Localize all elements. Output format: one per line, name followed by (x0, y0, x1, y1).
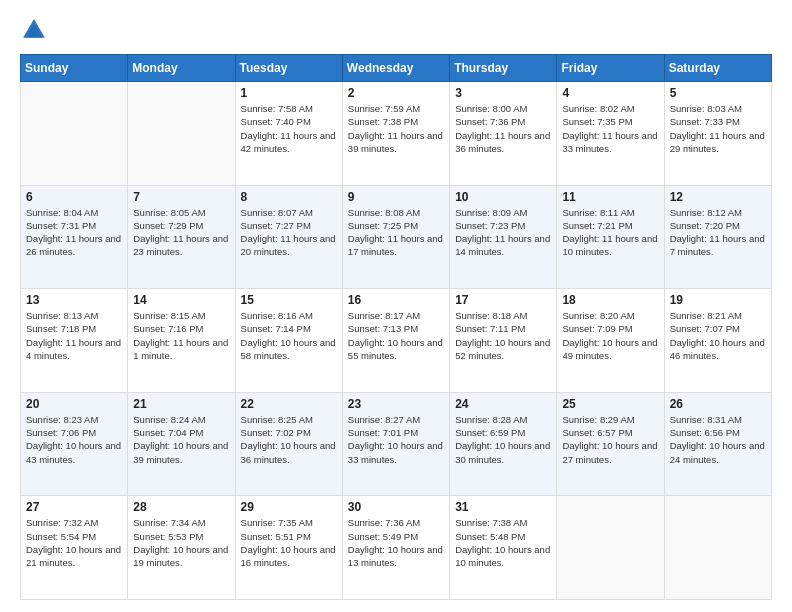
calendar-cell: 31Sunrise: 7:38 AMSunset: 5:48 PMDayligh… (450, 496, 557, 600)
header (20, 16, 772, 44)
calendar-week-3: 13Sunrise: 8:13 AMSunset: 7:18 PMDayligh… (21, 289, 772, 393)
day-info: Sunrise: 8:15 AMSunset: 7:16 PMDaylight:… (133, 309, 229, 362)
day-info: Sunrise: 7:36 AMSunset: 5:49 PMDaylight:… (348, 516, 444, 569)
calendar-cell (128, 82, 235, 186)
calendar-cell: 15Sunrise: 8:16 AMSunset: 7:14 PMDayligh… (235, 289, 342, 393)
calendar-cell: 21Sunrise: 8:24 AMSunset: 7:04 PMDayligh… (128, 392, 235, 496)
day-info: Sunrise: 8:04 AMSunset: 7:31 PMDaylight:… (26, 206, 122, 259)
weekday-header-tuesday: Tuesday (235, 55, 342, 82)
day-info: Sunrise: 8:31 AMSunset: 6:56 PMDaylight:… (670, 413, 766, 466)
calendar-cell: 24Sunrise: 8:28 AMSunset: 6:59 PMDayligh… (450, 392, 557, 496)
day-number: 25 (562, 397, 658, 411)
calendar-cell: 2Sunrise: 7:59 AMSunset: 7:38 PMDaylight… (342, 82, 449, 186)
calendar-cell: 26Sunrise: 8:31 AMSunset: 6:56 PMDayligh… (664, 392, 771, 496)
calendar-cell: 5Sunrise: 8:03 AMSunset: 7:33 PMDaylight… (664, 82, 771, 186)
day-info: Sunrise: 8:29 AMSunset: 6:57 PMDaylight:… (562, 413, 658, 466)
calendar-week-4: 20Sunrise: 8:23 AMSunset: 7:06 PMDayligh… (21, 392, 772, 496)
calendar-cell: 20Sunrise: 8:23 AMSunset: 7:06 PMDayligh… (21, 392, 128, 496)
calendar-cell: 10Sunrise: 8:09 AMSunset: 7:23 PMDayligh… (450, 185, 557, 289)
day-number: 3 (455, 86, 551, 100)
weekday-header-thursday: Thursday (450, 55, 557, 82)
day-number: 4 (562, 86, 658, 100)
day-info: Sunrise: 8:05 AMSunset: 7:29 PMDaylight:… (133, 206, 229, 259)
day-info: Sunrise: 8:24 AMSunset: 7:04 PMDaylight:… (133, 413, 229, 466)
calendar-cell: 23Sunrise: 8:27 AMSunset: 7:01 PMDayligh… (342, 392, 449, 496)
day-number: 9 (348, 190, 444, 204)
calendar-header: SundayMondayTuesdayWednesdayThursdayFrid… (21, 55, 772, 82)
day-number: 12 (670, 190, 766, 204)
day-number: 24 (455, 397, 551, 411)
calendar-cell: 8Sunrise: 8:07 AMSunset: 7:27 PMDaylight… (235, 185, 342, 289)
calendar-cell: 16Sunrise: 8:17 AMSunset: 7:13 PMDayligh… (342, 289, 449, 393)
calendar-week-1: 1Sunrise: 7:58 AMSunset: 7:40 PMDaylight… (21, 82, 772, 186)
day-info: Sunrise: 8:28 AMSunset: 6:59 PMDaylight:… (455, 413, 551, 466)
calendar-cell: 11Sunrise: 8:11 AMSunset: 7:21 PMDayligh… (557, 185, 664, 289)
day-number: 16 (348, 293, 444, 307)
day-info: Sunrise: 8:21 AMSunset: 7:07 PMDaylight:… (670, 309, 766, 362)
day-number: 17 (455, 293, 551, 307)
calendar-cell: 18Sunrise: 8:20 AMSunset: 7:09 PMDayligh… (557, 289, 664, 393)
weekday-header-monday: Monday (128, 55, 235, 82)
day-number: 8 (241, 190, 337, 204)
weekday-header-friday: Friday (557, 55, 664, 82)
day-info: Sunrise: 7:58 AMSunset: 7:40 PMDaylight:… (241, 102, 337, 155)
calendar-cell (21, 82, 128, 186)
page: SundayMondayTuesdayWednesdayThursdayFrid… (0, 0, 792, 612)
day-info: Sunrise: 8:27 AMSunset: 7:01 PMDaylight:… (348, 413, 444, 466)
day-number: 30 (348, 500, 444, 514)
calendar-body: 1Sunrise: 7:58 AMSunset: 7:40 PMDaylight… (21, 82, 772, 600)
day-info: Sunrise: 7:34 AMSunset: 5:53 PMDaylight:… (133, 516, 229, 569)
calendar-cell: 7Sunrise: 8:05 AMSunset: 7:29 PMDaylight… (128, 185, 235, 289)
calendar-week-5: 27Sunrise: 7:32 AMSunset: 5:54 PMDayligh… (21, 496, 772, 600)
day-number: 10 (455, 190, 551, 204)
day-number: 29 (241, 500, 337, 514)
weekday-row: SundayMondayTuesdayWednesdayThursdayFrid… (21, 55, 772, 82)
day-number: 22 (241, 397, 337, 411)
day-info: Sunrise: 7:32 AMSunset: 5:54 PMDaylight:… (26, 516, 122, 569)
day-number: 27 (26, 500, 122, 514)
calendar-cell: 6Sunrise: 8:04 AMSunset: 7:31 PMDaylight… (21, 185, 128, 289)
calendar-cell: 17Sunrise: 8:18 AMSunset: 7:11 PMDayligh… (450, 289, 557, 393)
calendar-cell: 13Sunrise: 8:13 AMSunset: 7:18 PMDayligh… (21, 289, 128, 393)
day-number: 18 (562, 293, 658, 307)
calendar-cell: 4Sunrise: 8:02 AMSunset: 7:35 PMDaylight… (557, 82, 664, 186)
day-info: Sunrise: 8:25 AMSunset: 7:02 PMDaylight:… (241, 413, 337, 466)
day-number: 20 (26, 397, 122, 411)
day-number: 28 (133, 500, 229, 514)
logo (20, 16, 52, 44)
day-number: 31 (455, 500, 551, 514)
day-info: Sunrise: 8:02 AMSunset: 7:35 PMDaylight:… (562, 102, 658, 155)
calendar-cell: 29Sunrise: 7:35 AMSunset: 5:51 PMDayligh… (235, 496, 342, 600)
day-info: Sunrise: 8:08 AMSunset: 7:25 PMDaylight:… (348, 206, 444, 259)
day-number: 21 (133, 397, 229, 411)
day-info: Sunrise: 8:20 AMSunset: 7:09 PMDaylight:… (562, 309, 658, 362)
calendar-cell: 25Sunrise: 8:29 AMSunset: 6:57 PMDayligh… (557, 392, 664, 496)
day-number: 13 (26, 293, 122, 307)
day-info: Sunrise: 8:07 AMSunset: 7:27 PMDaylight:… (241, 206, 337, 259)
weekday-header-saturday: Saturday (664, 55, 771, 82)
day-number: 14 (133, 293, 229, 307)
calendar-cell: 28Sunrise: 7:34 AMSunset: 5:53 PMDayligh… (128, 496, 235, 600)
calendar-cell: 19Sunrise: 8:21 AMSunset: 7:07 PMDayligh… (664, 289, 771, 393)
day-number: 7 (133, 190, 229, 204)
day-info: Sunrise: 8:18 AMSunset: 7:11 PMDaylight:… (455, 309, 551, 362)
day-info: Sunrise: 8:11 AMSunset: 7:21 PMDaylight:… (562, 206, 658, 259)
day-number: 1 (241, 86, 337, 100)
weekday-header-wednesday: Wednesday (342, 55, 449, 82)
day-info: Sunrise: 8:17 AMSunset: 7:13 PMDaylight:… (348, 309, 444, 362)
day-info: Sunrise: 7:59 AMSunset: 7:38 PMDaylight:… (348, 102, 444, 155)
logo-icon (20, 16, 48, 44)
day-info: Sunrise: 8:09 AMSunset: 7:23 PMDaylight:… (455, 206, 551, 259)
day-number: 11 (562, 190, 658, 204)
day-info: Sunrise: 8:16 AMSunset: 7:14 PMDaylight:… (241, 309, 337, 362)
day-number: 26 (670, 397, 766, 411)
calendar-cell: 12Sunrise: 8:12 AMSunset: 7:20 PMDayligh… (664, 185, 771, 289)
calendar-cell: 27Sunrise: 7:32 AMSunset: 5:54 PMDayligh… (21, 496, 128, 600)
day-number: 23 (348, 397, 444, 411)
day-number: 19 (670, 293, 766, 307)
day-number: 5 (670, 86, 766, 100)
calendar-table: SundayMondayTuesdayWednesdayThursdayFrid… (20, 54, 772, 600)
weekday-header-sunday: Sunday (21, 55, 128, 82)
day-info: Sunrise: 7:38 AMSunset: 5:48 PMDaylight:… (455, 516, 551, 569)
calendar-cell (557, 496, 664, 600)
